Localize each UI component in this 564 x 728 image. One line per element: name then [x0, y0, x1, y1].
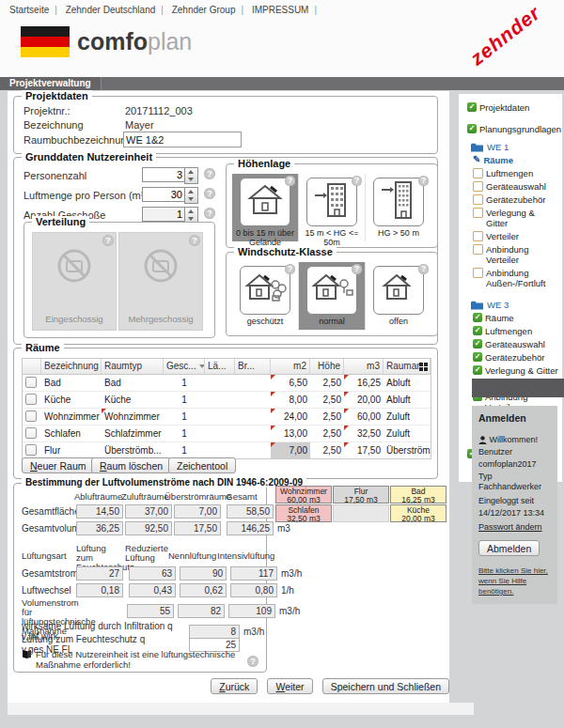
sidebar-item-anbindung-aussen-fortluft[interactable]: Anbindung Außen-/Fortluft [467, 268, 558, 288]
option-windschutz-offen[interactable]: ? offen [366, 262, 431, 330]
sidebar-item-anbindung-verteiler[interactable]: Anbindung Verteiler [473, 244, 558, 265]
sidebar-item-geraetezubehoer[interactable]: Gerätezubehör [473, 194, 558, 205]
col-bezeichnung[interactable]: Bezeichnung [41, 359, 102, 374]
raum-loeschen-button[interactable]: Raum löschen [91, 457, 171, 473]
neuer-raum-button[interactable]: Neuer Raum [22, 457, 95, 473]
col-m2[interactable]: m2 [271, 359, 310, 374]
raumplan-cell-wohnzimmer[interactable]: Wohnzimmer60,00 m3 [275, 486, 332, 503]
help-icon[interactable]: ? [418, 176, 429, 186]
option-windschutz-normal[interactable]: ? normal [299, 262, 366, 330]
raeume-fieldset: Räume Bezeichnung Raumtyp Gesc... Lä... … [13, 348, 438, 479]
nav-link-zehnder-deutschland[interactable]: Zehnder Deutschland [66, 5, 156, 15]
eingeloggt-value: 14/12/2017 13:34 [478, 508, 551, 519]
help-icon[interactable]: ? [352, 176, 362, 186]
option-hoehenlage-15-50m[interactable]: ? 15 m < HG <= [299, 174, 366, 241]
stepper-arrows-icon[interactable] [184, 187, 198, 204]
sidebar-group-we1[interactable]: WE 1 [471, 142, 558, 152]
col-ablufträume: Ablufträume [74, 492, 119, 502]
table-row[interactable]: Wohnzimmer Wohnzimmer 1 24,00 2,50 60,00… [23, 409, 431, 426]
help-icon[interactable]: ? [418, 264, 429, 274]
col-geschoss[interactable]: Gesc... [164, 359, 205, 374]
table-row[interactable]: Schlafen Schlafzimmer 1 13,00 2,50 32,50… [23, 426, 431, 442]
typ-text: Typ Fachhandwerker [478, 472, 551, 492]
lueftungsart-label: Lüftungsart [22, 551, 73, 561]
sidebar-item-planungsgrundlagen[interactable]: ✓Planungsgrundlagen [467, 124, 558, 134]
sidebar-item-we3-verlegung-gitter[interactable]: ✓Verlegung & Gitter [473, 365, 558, 376]
option-hoehenlage-0-15m[interactable]: ? 0 bis 15 m über Gelände [232, 174, 299, 241]
check-icon: ✓ [473, 326, 482, 335]
help-icon[interactable]: ? [204, 188, 215, 199]
option-windschutz-geschuetzt[interactable]: ? geschützt [232, 262, 299, 330]
raumplan-cell-schlafen[interactable]: Schlafen32,50 m3 [275, 504, 332, 522]
col-hoehe[interactable]: Höhe [310, 359, 344, 374]
col-laenge[interactable]: Lä... [205, 359, 235, 374]
sidebar-group-we3[interactable]: WE 3 [471, 300, 558, 310]
stepper-arrows-icon[interactable] [184, 167, 198, 184]
tab-projektverwaltung[interactable]: Projektverwaltung [0, 77, 102, 90]
sidebar-item-verteiler[interactable]: Verteiler [473, 231, 558, 241]
zurueck-button[interactable]: Zurück [211, 678, 258, 694]
row-checkbox[interactable] [25, 394, 37, 405]
unit-label: m3 [277, 523, 290, 534]
table-row[interactable]: Flur Überströmb... 1 7,00 2,50 17,50 Übe… [23, 442, 431, 458]
sidebar-item-we3-raeume[interactable]: ✓Räume [473, 313, 558, 323]
personenzahl-stepper[interactable] [142, 167, 198, 184]
abmelden-button[interactable]: Abmelden [478, 540, 540, 556]
raumplan-cell-bad[interactable]: Bad16,25 m3 [390, 486, 446, 503]
col-m3[interactable]: m3 [344, 359, 384, 374]
option-mehrgeschossig[interactable]: ? Mehrgeschossig [118, 232, 203, 331]
table-row[interactable]: Bad Bad 1 6,50 2,50 16,25 Abluft [23, 375, 431, 392]
selected-cell[interactable]: 7,00 [271, 442, 310, 458]
folder-icon [471, 301, 483, 310]
top-nav: Startseite| Zehnder Deutschland| Zehnder… [9, 5, 322, 15]
sidebar-item-projektdaten[interactable]: ✓Projektdaten [467, 102, 558, 113]
sidebar-item-verlegung-gitter[interactable]: Verlegung & Gitter [473, 208, 558, 228]
nav-link-zehnder-group[interactable]: Zehnder Group [172, 5, 236, 15]
help-icon[interactable]: ? [285, 264, 295, 274]
col-breite[interactable]: Br... [235, 359, 271, 374]
sidebar-item-we3-luftmengen[interactable]: ✓Luftmengen [473, 326, 558, 336]
sort-arrow-icon [199, 364, 205, 368]
table-row[interactable]: Küche Küche 1 8,00 2,50 20,00 Abluft [23, 392, 431, 409]
sidebar-item-we3-geraeteauswahl[interactable]: ✓Geräteauswahl [473, 339, 558, 349]
sidebar-item-raeume-current[interactable]: ✎Räume [473, 155, 558, 165]
sidebar-item-we3-geraetezubehoer[interactable]: ✓Gerätezubehör [473, 352, 558, 363]
zeichentool-button[interactable]: Zeichentool [168, 457, 236, 473]
projektnr-value: 20171112_003 [125, 105, 193, 116]
raumbuch-input[interactable] [123, 132, 242, 147]
col-gesamt: Gesamt [223, 492, 260, 502]
row-checkbox[interactable] [25, 444, 37, 456]
help-icon[interactable]: ? [102, 235, 114, 246]
hilfe-link[interactable]: Bitte klicken Sie hier, wenn Sie Hilfe b… [478, 566, 548, 596]
row-checkbox[interactable] [25, 377, 37, 388]
option-hoehenlage-ueber-50m[interactable]: ? [366, 174, 431, 241]
nav-link-impressum[interactable]: IMPRESSUM [252, 5, 309, 15]
weiter-button[interactable]: Weiter [267, 678, 312, 694]
option-label: HG > 50 m [366, 228, 431, 238]
help-icon[interactable]: ? [204, 208, 215, 219]
speichern-schliessen-button[interactable]: Speichern und Schließen [322, 678, 449, 694]
luftmenge-stepper[interactable] [142, 187, 198, 204]
sidebar-item-geraeteauswahl[interactable]: Geräteauswahl [473, 181, 558, 192]
option-eingeschossig[interactable]: ? Eingeschossig [32, 232, 117, 331]
help-icon[interactable]: ? [247, 656, 258, 667]
raumplan-cell-kueche[interactable]: Küche20,00 m3 [390, 504, 446, 522]
row-checkbox[interactable] [25, 410, 37, 422]
dirty-cell-marker [344, 442, 349, 447]
dirty-cell-marker [344, 392, 349, 396]
col-raumtyp[interactable]: Raumtyp [102, 359, 164, 374]
raumplan-cell-flur[interactable]: Flur17,50 m3 [333, 486, 389, 503]
help-icon[interactable]: ? [204, 168, 215, 179]
sidebar-item-luftmengen[interactable]: Luftmengen [473, 168, 558, 178]
gesamtflaeche-label: Gesamtfläche [22, 506, 76, 517]
nav-link-startseite[interactable]: Startseite [9, 5, 49, 15]
row-checkbox[interactable] [25, 427, 37, 439]
help-icon[interactable]: ? [285, 176, 295, 186]
help-icon[interactable]: ? [352, 264, 362, 274]
dirty-cell-marker [271, 392, 275, 396]
edit-icon: ✎ [473, 155, 480, 164]
passwort-aendern-link[interactable]: Passwort ändern [478, 522, 542, 532]
column-config-icon[interactable] [419, 363, 428, 371]
help-icon[interactable]: ? [189, 235, 200, 246]
gesamtvolumen-label: Gesamtvolumen [22, 523, 76, 534]
